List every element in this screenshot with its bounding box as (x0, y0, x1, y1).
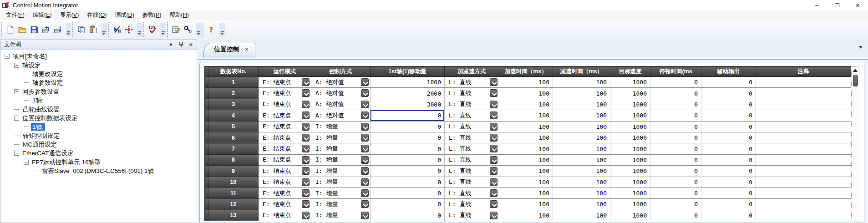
cell-target-speed[interactable]: 1000 (610, 143, 650, 154)
cell-comment[interactable] (756, 210, 851, 221)
close-button[interactable]: ✕ (848, 0, 868, 10)
tree-node[interactable]: 1轴: (2, 96, 197, 105)
cell-decel-time[interactable]: 100 (553, 166, 610, 177)
dropdown-chevron-icon[interactable] (490, 123, 497, 131)
security-key-icon[interactable] (183, 25, 193, 35)
cell-control-mode[interactable]: I: 增量 (311, 132, 371, 143)
cell-movement-amount[interactable]: 0 (371, 121, 445, 132)
cell-decel-time[interactable]: 100 (553, 154, 610, 165)
column-header[interactable]: 减速时间（ms） (553, 66, 610, 77)
cell-run-mode[interactable]: E: 结束点 (259, 143, 311, 154)
cell-comment[interactable] (756, 132, 851, 143)
dropdown-chevron-icon[interactable] (361, 156, 369, 164)
cell-table-no[interactable]: 2 (208, 88, 259, 99)
column-header[interactable]: 1st轴(1)移动量 (371, 66, 445, 77)
dropdown-chevron-icon[interactable] (490, 167, 497, 175)
tree-node[interactable]: 雷赛Slave_002 [DM3C-EC556] (001) 1轴 (2, 167, 197, 175)
cell-movement-amount[interactable]: 0 (371, 188, 445, 198)
collapse-icon[interactable] (5, 54, 10, 59)
cell-table-no[interactable]: 1 (208, 77, 259, 88)
column-header[interactable]: 加减速方式 (445, 66, 499, 77)
dropdown-chevron-icon[interactable] (302, 145, 310, 152)
cell-accel-time[interactable]: 100 (499, 166, 553, 177)
scrollbar-up-icon[interactable] (852, 66, 859, 74)
open-project-icon[interactable] (17, 25, 27, 35)
dropdown-chevron-icon[interactable] (490, 145, 497, 152)
cell-target-speed[interactable]: 1000 (610, 99, 650, 110)
cell-accel-mode[interactable]: L: 直线 (445, 121, 499, 132)
cell-accel-time[interactable]: 100 (499, 143, 553, 154)
dropdown-chevron-icon[interactable] (490, 178, 497, 186)
cell-aux-output[interactable]: 0 (701, 166, 756, 177)
collapse-icon[interactable] (14, 151, 19, 156)
cell-accel-mode[interactable]: L: 直线 (445, 88, 499, 99)
cell-dwell-time[interactable]: 0 (650, 88, 701, 99)
cell-dwell-time[interactable]: 0 (650, 143, 701, 154)
cell-aux-output[interactable]: 0 (701, 143, 756, 154)
cell-comment[interactable] (756, 166, 851, 177)
cell-decel-time[interactable]: 100 (553, 77, 610, 88)
cell-decel-time[interactable]: 100 (553, 188, 610, 198)
cell-accel-mode[interactable]: L: 直线 (445, 199, 499, 210)
cell-accel-time[interactable]: 100 (499, 77, 553, 88)
cell-accel-mode[interactable]: L: 直线 (445, 210, 499, 221)
cell-target-speed[interactable]: 1000 (610, 77, 650, 88)
cell-run-mode[interactable]: E: 结束点 (259, 99, 311, 110)
dropdown-chevron-icon[interactable] (361, 89, 369, 97)
column-header[interactable]: 数据表No. (208, 66, 259, 77)
cell-accel-mode[interactable]: L: 直线 (445, 177, 499, 188)
cell-control-mode[interactable]: A: 绝对值 (311, 88, 371, 99)
cell-run-mode[interactable]: E: 结束点 (259, 88, 311, 99)
toolbar-options-icon[interactable] (137, 23, 142, 36)
upload-from-unit-icon[interactable] (41, 25, 51, 35)
cell-run-mode[interactable]: E: 结束点 (259, 121, 311, 132)
cell-accel-time[interactable]: 100 (499, 110, 553, 121)
dropdown-chevron-icon[interactable] (302, 134, 310, 142)
tree-node[interactable]: 同步参数设置 (2, 87, 197, 96)
cell-target-speed[interactable]: 1000 (610, 177, 650, 188)
tree-node[interactable]: 位置控制数据表设定 (2, 114, 197, 122)
cell-table-no[interactable]: 8 (208, 154, 259, 165)
cell-dwell-time[interactable]: 0 (650, 77, 701, 88)
cell-aux-output[interactable]: 0 (701, 88, 756, 99)
toolbar-options-icon[interactable] (66, 23, 71, 36)
cell-dwell-time[interactable]: 0 (650, 188, 701, 198)
cell-control-mode[interactable]: I: 增量 (311, 154, 371, 165)
cell-target-speed[interactable]: 1000 (610, 121, 650, 132)
cell-target-speed[interactable]: 1000 (610, 110, 650, 121)
cell-decel-time[interactable]: 100 (553, 143, 610, 154)
dropdown-chevron-icon[interactable] (361, 134, 369, 142)
cell-accel-time[interactable]: 100 (499, 132, 553, 143)
cell-decel-time[interactable]: 100 (553, 177, 610, 188)
cell-control-mode[interactable]: I: 增量 (311, 143, 371, 154)
dropdown-chevron-icon[interactable] (490, 212, 497, 219)
dropdown-chevron-icon[interactable] (361, 178, 369, 186)
dropdown-chevron-icon[interactable] (302, 200, 310, 208)
menu-item[interactable]: 文件(F) (2, 10, 29, 20)
minimize-button[interactable]: – (807, 0, 827, 10)
cell-decel-time[interactable]: 100 (553, 88, 610, 99)
toolbar-options-icon[interactable] (196, 23, 202, 36)
cell-comment[interactable] (756, 121, 851, 132)
dropdown-chevron-icon[interactable] (361, 200, 369, 208)
cell-target-speed[interactable]: 1000 (610, 166, 650, 177)
cell-aux-output[interactable]: 0 (701, 121, 756, 132)
cell-run-mode[interactable]: E: 结束点 (259, 154, 311, 165)
menu-item[interactable]: 显示(V) (56, 10, 83, 20)
cell-aux-output[interactable]: 0 (701, 110, 756, 121)
cell-control-mode[interactable]: I: 增量 (311, 166, 371, 177)
dropdown-chevron-icon[interactable] (302, 112, 310, 119)
cell-decel-time[interactable]: 100 (553, 110, 610, 121)
menu-item[interactable]: 在线(O) (83, 10, 111, 20)
tree-node[interactable]: 转矩控制设定 (2, 132, 197, 140)
cell-control-mode[interactable]: A: 绝对值 (311, 77, 371, 88)
cell-aux-output[interactable]: 0 (701, 210, 756, 221)
cell-dwell-time[interactable]: 0 (650, 121, 701, 132)
cell-decel-time[interactable]: 100 (553, 199, 610, 210)
tree-node[interactable]: 项目[未命名] (2, 52, 197, 61)
cell-table-no[interactable]: 13 (208, 210, 259, 221)
toolbar-options-icon[interactable] (101, 23, 107, 36)
panel-menu-icon[interactable]: ▼ (168, 42, 173, 47)
cell-accel-mode[interactable]: L: 直线 (445, 77, 499, 88)
cell-movement-amount[interactable]: 0 (371, 132, 445, 143)
